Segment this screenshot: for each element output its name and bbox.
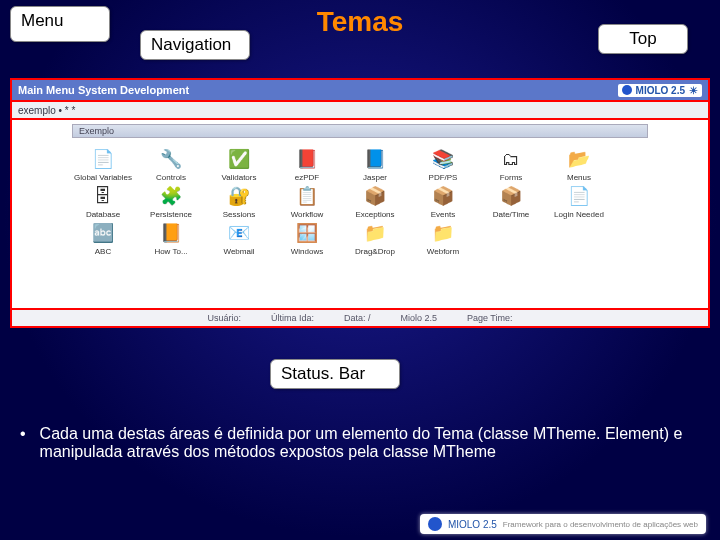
- app-icon-item[interactable]: 🗂Forms: [480, 148, 542, 183]
- logo-icon: [622, 85, 632, 95]
- app-icon-label: Webmail: [208, 248, 270, 257]
- app-icon-label: Events: [412, 211, 474, 220]
- footer-logo: MIOLO 2.5 Framework para o desenvolvimen…: [420, 514, 706, 534]
- app-icon-label: PDF/PS: [412, 174, 474, 183]
- app-icon-item[interactable]: 📧Webmail: [208, 222, 270, 257]
- app-icon-item[interactable]: 🔤ABC: [72, 222, 134, 257]
- status-item: Page Time:: [467, 313, 513, 323]
- callout-top: Top: [598, 24, 688, 54]
- app-icon-label: Forms: [480, 174, 542, 183]
- app-icon-item[interactable]: 📦Date/Time: [480, 185, 542, 220]
- app-icon-label: Workflow: [276, 211, 338, 220]
- status-item: Última Ida:: [271, 313, 314, 323]
- app-icon-item[interactable]: 📙How To...: [140, 222, 202, 257]
- app-icon-glyph: 📚: [429, 148, 457, 172]
- app-icon-glyph: 📘: [361, 148, 389, 172]
- app-header-title: Main Menu System Development: [18, 84, 189, 96]
- app-icon-glyph: ✅: [225, 148, 253, 172]
- app-icon-glyph: 📁: [429, 222, 457, 246]
- app-icon-label: Database: [72, 211, 134, 220]
- app-icon-item[interactable]: 📦Exceptions: [344, 185, 406, 220]
- logo-text: MIOLO 2.5: [636, 85, 685, 96]
- app-icon-glyph: 📁: [361, 222, 389, 246]
- app-icon-item[interactable]: 📘Jasper: [344, 148, 406, 183]
- app-icon-item[interactable]: 📄Login Needed: [548, 185, 610, 220]
- icon-grid: 📄Global Variables🔧Controls✅Validators📕ez…: [72, 148, 704, 256]
- app-icon-label: Date/Time: [480, 211, 542, 220]
- app-icon-glyph: 📄: [89, 148, 117, 172]
- app-icon-item[interactable]: 📋Workflow: [276, 185, 338, 220]
- footer-logo-text: MIOLO 2.5: [448, 519, 497, 530]
- app-icon-item[interactable]: 🗄Database: [72, 185, 134, 220]
- app-icon-label: Login Needed: [548, 211, 610, 220]
- app-icon-glyph: 🔤: [89, 222, 117, 246]
- app-icon-label: Windows: [276, 248, 338, 257]
- app-icon-glyph: 📦: [497, 185, 525, 209]
- app-icon-glyph: 🗄: [89, 185, 117, 209]
- app-icon-glyph: 🗂: [497, 148, 525, 172]
- app-icon-glyph: 📙: [157, 222, 185, 246]
- app-icon-glyph: 🧩: [157, 185, 185, 209]
- app-icon-glyph: 📋: [293, 185, 321, 209]
- app-icon-glyph: 🔐: [225, 185, 253, 209]
- statusbar-region: Usuário:Última Ida:Data: /Miolo 2.5Page …: [12, 310, 708, 326]
- app-screenshot: Main Menu System Development MIOLO 2.5 ☀…: [10, 78, 710, 328]
- status-item: Data: /: [344, 313, 371, 323]
- app-icon-label: Validators: [208, 174, 270, 183]
- app-icon-label: Menus: [548, 174, 610, 183]
- status-item: Miolo 2.5: [400, 313, 437, 323]
- content-region: Exemplo 📄Global Variables🔧Controls✅Valid…: [12, 120, 708, 310]
- footer-logo-icon: [428, 517, 442, 531]
- content-section-header: Exemplo: [72, 124, 648, 138]
- app-icon-item[interactable]: 📦Events: [412, 185, 474, 220]
- logo-miolo: MIOLO 2.5 ☀: [618, 84, 702, 97]
- app-icon-label: Controls: [140, 174, 202, 183]
- app-icon-label: Jasper: [344, 174, 406, 183]
- app-icon-item[interactable]: 🧩Persistence: [140, 185, 202, 220]
- logo-extra-icon: ☀: [689, 85, 698, 96]
- app-icon-item[interactable]: 🪟Windows: [276, 222, 338, 257]
- app-icon-glyph: 📦: [429, 185, 457, 209]
- callout-navigation: Navigation: [140, 30, 250, 60]
- app-icon-item[interactable]: 📁Drag&Drop: [344, 222, 406, 257]
- app-icon-glyph: 📕: [293, 148, 321, 172]
- app-icon-label: Global Variables: [72, 174, 134, 183]
- app-icon-glyph: 📧: [225, 222, 253, 246]
- top-region: Main Menu System Development MIOLO 2.5 ☀: [12, 80, 708, 102]
- app-icon-glyph: 🔧: [157, 148, 185, 172]
- app-icon-label: How To...: [140, 248, 202, 257]
- app-icon-label: ABC: [72, 248, 134, 257]
- app-icon-label: Drag&Drop: [344, 248, 406, 257]
- app-icon-item[interactable]: 📁Webform: [412, 222, 474, 257]
- callout-menu: Menu: [10, 6, 110, 42]
- app-icon-label: Persistence: [140, 211, 202, 220]
- bullet-body: Cada uma destas áreas é definida por um …: [40, 425, 700, 461]
- status-item: Usuário:: [207, 313, 241, 323]
- app-icon-item[interactable]: 📕ezPDF: [276, 148, 338, 183]
- app-icon-item[interactable]: 🔧Controls: [140, 148, 202, 183]
- app-icon-item[interactable]: 📚PDF/PS: [412, 148, 474, 183]
- app-icon-label: Webform: [412, 248, 474, 257]
- app-icon-glyph: 🪟: [293, 222, 321, 246]
- slide-title: Temas: [317, 6, 404, 38]
- navigation-region: exemplo • * *: [12, 102, 708, 120]
- footer-tagline: Framework para o desenvolvimento de apli…: [503, 520, 698, 529]
- app-icon-label: Sessions: [208, 211, 270, 220]
- bullet-paragraph: • Cada uma destas áreas é definida por u…: [20, 425, 700, 461]
- app-icon-glyph: 📂: [565, 148, 593, 172]
- callout-statusbar: Status. Bar: [270, 359, 400, 389]
- app-icon-item[interactable]: 📄Global Variables: [72, 148, 134, 183]
- app-icon-glyph: 📦: [361, 185, 389, 209]
- app-icon-item[interactable]: ✅Validators: [208, 148, 270, 183]
- bullet-marker: •: [20, 425, 26, 461]
- app-icon-item[interactable]: 📂Menus: [548, 148, 610, 183]
- app-icon-glyph: 📄: [565, 185, 593, 209]
- app-icon-label: ezPDF: [276, 174, 338, 183]
- app-icon-label: Exceptions: [344, 211, 406, 220]
- app-icon-item[interactable]: 🔐Sessions: [208, 185, 270, 220]
